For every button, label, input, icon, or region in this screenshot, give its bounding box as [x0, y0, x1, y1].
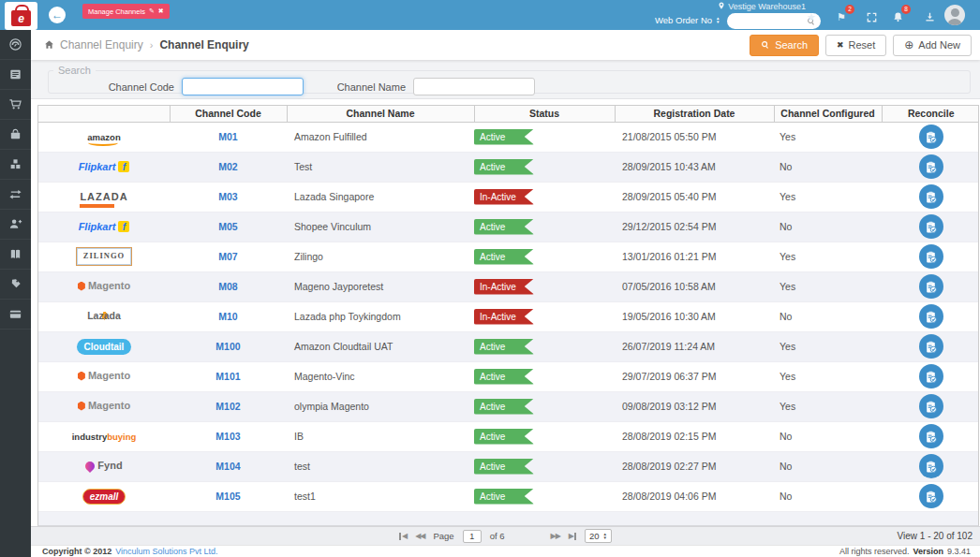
channel-logo: Magento — [78, 280, 130, 291]
inventory-icon[interactable] — [0, 150, 31, 180]
channel-name-cell: test — [287, 451, 474, 481]
channel-code-link[interactable]: M101 — [215, 371, 240, 382]
action-buttons: Search ✖ Reset ⊕ Add New — [750, 35, 972, 56]
channel-configured-cell: Yes — [774, 271, 882, 301]
column-header-1: Channel Code — [170, 106, 287, 122]
channel-code-link[interactable]: M07 — [218, 251, 237, 262]
page-size-select[interactable]: 20 ▲▼ — [585, 529, 612, 543]
search-button[interactable]: Search — [750, 35, 819, 56]
channel-code-link[interactable]: M10 — [218, 311, 237, 322]
table-row: ezmall M105 test1 Active 28/08/2019 04:0… — [38, 481, 979, 511]
status-badge: Active — [474, 489, 534, 505]
reconcile-button[interactable] — [919, 364, 943, 388]
channel-logo: industrybuying — [72, 432, 137, 442]
add-new-button[interactable]: ⊕ Add New — [893, 35, 972, 56]
channel-code-link[interactable]: M03 — [218, 191, 237, 202]
reconcile-button[interactable] — [919, 154, 943, 179]
fullscreen-icon[interactable] — [864, 9, 879, 24]
channel-logo: Flipkartf — [79, 221, 130, 232]
channel-configured-cell: Yes — [774, 122, 882, 152]
page-number-input[interactable] — [463, 530, 482, 543]
status-badge: Active — [474, 369, 534, 385]
main-content: Channel Enquiry › Channel Enquiry Search… — [31, 30, 980, 557]
app-window: e ← Manage Channels ✎ ✖ Vestige Warehous… — [0, 0, 980, 557]
reset-button[interactable]: ✖ Reset — [825, 35, 886, 56]
users-icon[interactable] — [0, 210, 31, 240]
reconcile-button[interactable] — [919, 274, 943, 299]
next-page-button[interactable]: ▶▶ — [551, 532, 560, 540]
channel-code-link[interactable]: M100 — [215, 341, 240, 352]
back-button[interactable]: ← — [49, 7, 66, 23]
warehouse-indicator[interactable]: Vestige Warehouse1 — [717, 1, 806, 11]
channel-code-link[interactable]: M08 — [218, 281, 237, 292]
column-header-2: Channel Name — [287, 106, 474, 122]
flag-icon[interactable]: ⚑2 — [834, 9, 849, 24]
breadcrumb-parent[interactable]: Channel Enquiry — [60, 38, 143, 51]
reconcile-button[interactable] — [919, 334, 943, 359]
channel-code-input[interactable] — [182, 78, 304, 95]
prev-page-button[interactable]: ◀◀ — [415, 532, 424, 540]
registration-date-cell: 26/07/2019 11:24 AM — [615, 331, 774, 361]
catalog-icon[interactable] — [0, 240, 31, 270]
transfers-icon[interactable] — [0, 180, 31, 210]
reconcile-clipboard-icon — [924, 280, 938, 294]
company-link[interactable]: Vinculum Solutions Pvt Ltd. — [115, 547, 217, 556]
reconcile-clipboard-icon — [924, 340, 938, 354]
search-panel: Search Channel Code Channel Name — [31, 60, 980, 99]
home-icon[interactable] — [44, 37, 54, 53]
close-tab-icon[interactable]: ✖ — [158, 7, 164, 15]
orders-icon[interactable] — [0, 60, 31, 90]
notifications-badge: 8 — [901, 5, 911, 14]
bag-icon[interactable] — [0, 120, 31, 150]
reconcile-button[interactable] — [919, 454, 943, 478]
last-page-button[interactable]: ▶ — [569, 532, 576, 540]
table-row: Magento M101 Magento-Vinc Active 29/07/2… — [38, 361, 979, 391]
warehouse-name: Vestige Warehouse1 — [728, 2, 806, 11]
favorites-icon[interactable]: ★ — [804, 9, 819, 24]
reconcile-button[interactable] — [919, 125, 943, 149]
reconcile-button[interactable] — [919, 424, 943, 448]
channel-code-link[interactable]: M01 — [218, 131, 237, 142]
page-count: of 6 — [490, 531, 505, 541]
order-search-type-select[interactable]: Web Order No ▲▼ — [655, 15, 720, 25]
tab-manage-channels[interactable]: Manage Channels ✎ ✖ — [82, 4, 170, 19]
user-avatar[interactable] — [944, 5, 965, 25]
notifications-icon[interactable]: 8 — [890, 9, 905, 24]
version-value: 9.3.41 — [947, 547, 971, 556]
dashboard-icon[interactable] — [0, 30, 31, 60]
table-row: Magento M102 olympia Magento Active 09/0… — [38, 391, 979, 421]
reconcile-button[interactable] — [919, 304, 943, 329]
reconcile-button[interactable] — [919, 244, 943, 269]
reconcile-button[interactable] — [919, 484, 943, 508]
channel-code-link[interactable]: M102 — [215, 401, 240, 412]
reconcile-button[interactable] — [919, 184, 943, 209]
registration-date-cell: 21/08/2015 05:50 PM — [615, 122, 774, 152]
version-label: Version — [913, 547, 943, 556]
first-page-button[interactable]: ◀ — [399, 532, 407, 540]
top-search-input[interactable] — [732, 17, 807, 26]
select-arrows-icon: ▲▼ — [603, 533, 607, 540]
channel-name-input[interactable] — [413, 78, 535, 95]
channel-configured-cell: No — [774, 152, 882, 182]
status-badge: Active — [474, 339, 534, 355]
channel-code-link[interactable]: M105 — [215, 491, 240, 502]
channel-name-cell: Mageno Jayporetest — [287, 271, 474, 301]
channel-code-link[interactable]: M103 — [215, 431, 240, 442]
cart-icon[interactable] — [0, 90, 31, 120]
reconcile-button[interactable] — [919, 214, 943, 239]
edit-pin-icon[interactable]: ✎ — [149, 7, 155, 15]
channel-configured-cell: No — [774, 451, 882, 481]
channel-code-link[interactable]: M104 — [215, 461, 240, 472]
registration-date-cell: 29/12/2015 02:54 PM — [615, 212, 774, 242]
channel-code-link[interactable]: M05 — [218, 221, 237, 232]
app-logo[interactable]: e — [5, 2, 37, 30]
download-icon[interactable] — [922, 9, 937, 24]
column-header-0 — [38, 106, 170, 122]
search-icon — [761, 40, 770, 50]
registration-date-cell: 09/08/2019 03:12 PM — [615, 391, 774, 421]
channel-code-link[interactable]: M02 — [218, 161, 237, 172]
back-arrow-icon: ← — [52, 8, 63, 22]
tags-icon[interactable] — [0, 270, 31, 300]
reconcile-button[interactable] — [919, 394, 943, 418]
payments-icon[interactable] — [0, 300, 31, 330]
